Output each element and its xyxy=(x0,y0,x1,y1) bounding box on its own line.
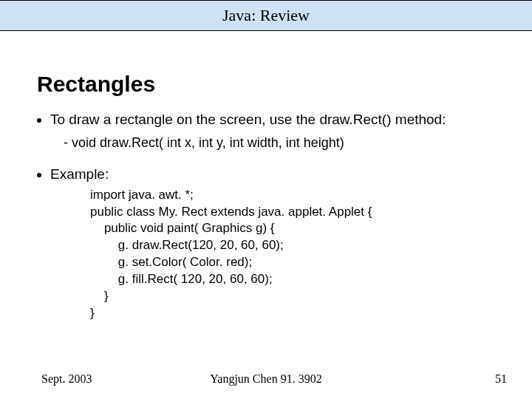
bullet-item: To draw a rectangle on the screen, use t… xyxy=(50,110,502,151)
footer-author: Yangjun Chen 91. 3902 xyxy=(0,372,532,386)
slide: Java: Review Rectangles To draw a rectan… xyxy=(0,0,532,399)
footer-page-number: 51 xyxy=(495,372,507,386)
code-block: import java. awt. *; public class My. Re… xyxy=(90,187,502,323)
sub-list: void draw.Rect( int x, int y, int width,… xyxy=(64,134,502,151)
slide-heading: Rectangles xyxy=(37,72,502,97)
sub-item: void draw.Rect( int x, int y, int width,… xyxy=(64,134,502,151)
bullet-list: To draw a rectangle on the screen, use t… xyxy=(50,110,502,322)
bullet-item: Example: import java. awt. *; public cla… xyxy=(50,165,502,322)
slide-content: Rectangles To draw a rectangle on the sc… xyxy=(0,31,532,322)
title-bar-text: Java: Review xyxy=(222,6,310,25)
bullet-text: To draw a rectangle on the screen, use t… xyxy=(50,112,446,127)
title-bar: Java: Review xyxy=(0,0,532,31)
bullet-text: Example: xyxy=(50,166,109,182)
